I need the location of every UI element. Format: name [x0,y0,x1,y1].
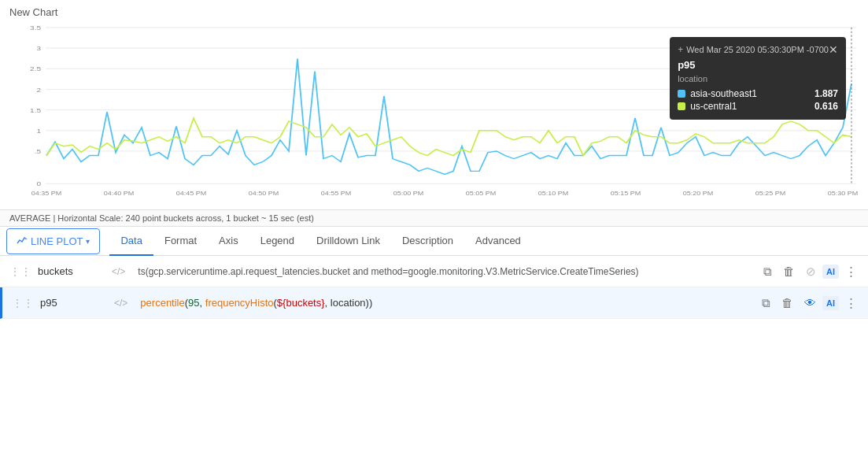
delete-button-1[interactable]: 🗑 [778,261,800,281]
svg-text:04:40 PM: 04:40 PM [104,190,135,196]
tooltip-value-2: 0.616 [814,101,838,112]
tab-drilldown[interactable]: Drilldown Link [305,227,391,256]
formula-buckets: ts(gcp.serviceruntime.api.request_latenc… [131,263,759,280]
tooltip-label-1: asia-southeast1 [690,88,807,99]
svg-text:2: 2 [36,87,41,94]
tab-format[interactable]: Format [153,227,208,256]
svg-text:3: 3 [36,45,41,52]
drag-handle-2[interactable]: ⋮⋮ [9,297,37,309]
svg-text:1.5: 1.5 [30,107,41,114]
status-bar: AVERAGE | Horizontal Scale: 240 point bu… [0,210,868,227]
svg-text:3.5: 3.5 [30,24,41,31]
tooltip-row-1: asia-southeast1 1.887 [678,88,838,99]
svg-text:05:15 PM: 05:15 PM [611,190,641,196]
tab-advanced[interactable]: Advanced [464,227,532,256]
tooltip-value-1: 1.887 [814,88,838,99]
chevron-down-icon: ▾ [86,237,90,246]
tab-data[interactable]: Data [109,227,153,256]
svg-text:05:10 PM: 05:10 PM [538,190,569,196]
code-icon-2[interactable]: </> [108,298,134,309]
visibility-button-2[interactable]: 👁 [800,293,821,313]
status-text: AVERAGE | Horizontal Scale: 240 point bu… [9,213,314,223]
svg-text:04:55 PM: 04:55 PM [321,190,352,196]
chart-area: New Chart 3.5 3 2.5 2 1.5 1 .5 0 [0,0,868,210]
paren-close: , location)) [325,297,373,309]
copy-button-2[interactable]: ⧉ [757,293,775,313]
svg-text:05:05 PM: 05:05 PM [466,190,497,196]
chart-title: New Chart [6,6,862,18]
svg-text:1: 1 [36,128,41,135]
svg-text:.5: .5 [35,148,41,155]
tooltip-metric: p95 [678,59,838,71]
var-buckets: ${buckets} [277,297,325,309]
row-actions-1: ⧉ 🗑 ⊘ AI ⋮ [759,261,862,282]
chart-type-label: LINE PLOT [31,235,83,247]
ai-button-1[interactable]: AI [822,265,839,279]
data-row-p95: ⋮⋮ p95 </> percentile(95, frequencyHisto… [0,287,868,319]
tooltip-header: + Wed Mar 25 2020 05:30:30PM -0700 ✕ [678,43,838,56]
code-icon-1[interactable]: </> [105,266,131,277]
tooltip-plus-icon: + [678,44,683,55]
ai-button-2[interactable]: AI [822,296,839,310]
formula-p95: percentile(95, frequencyHisto(${buckets}… [134,294,757,312]
tab-description[interactable]: Description [391,227,464,256]
drag-handle-1[interactable]: ⋮⋮ [6,265,35,278]
delete-button-2[interactable]: 🗑 [777,293,798,313]
tooltip-location-label: location [678,74,838,83]
fn-percentile: percentile [140,297,184,309]
tooltip-dot-1 [678,90,685,98]
svg-text:05:25 PM: 05:25 PM [755,190,786,196]
tab-legend[interactable]: Legend [249,227,305,256]
comma-1: , [200,297,205,309]
svg-text:04:50 PM: 04:50 PM [249,190,279,196]
main-container: New Chart 3.5 3 2.5 2 1.5 1 .5 0 [0,0,868,459]
svg-text:04:35 PM: 04:35 PM [31,190,62,196]
chart-tooltip: + Wed Mar 25 2020 05:30:30PM -0700 ✕ p95… [670,37,846,120]
num-95: 95 [188,297,199,309]
tooltip-row-2: us-central1 0.616 [678,101,838,112]
rows-area: ⋮⋮ buckets </> ts(gcp.serviceruntime.api… [0,256,868,459]
svg-text:05:30 PM: 05:30 PM [828,190,859,196]
fn-frequencyhisto: frequencyHisto [205,297,274,309]
chart-wrapper: 3.5 3 2.5 2 1.5 1 .5 0 04:35 PM 04:40 PM… [6,21,862,209]
tooltip-close-button[interactable]: ✕ [829,43,838,56]
copy-button-1[interactable]: ⧉ [759,261,777,282]
line-plot-icon [17,235,28,246]
data-row-buckets: ⋮⋮ buckets </> ts(gcp.serviceruntime.api… [0,256,868,287]
row-label-p95: p95 [37,297,108,309]
tooltip-dot-2 [678,102,685,110]
row-actions-2: ⧉ 🗑 👁 AI ⋮ [757,293,862,313]
chart-type-button[interactable]: LINE PLOT ▾ [6,228,100,254]
tooltip-label-2: us-central1 [690,101,807,112]
svg-text:2.5: 2.5 [30,65,41,72]
more-button-2[interactable]: ⋮ [840,293,862,313]
visibility-button-1[interactable]: ⊘ [801,261,821,282]
svg-text:0: 0 [36,180,41,187]
svg-text:05:00 PM: 05:00 PM [393,190,424,196]
tooltip-datetime: Wed Mar 25 2020 05:30:30PM -0700 [686,45,829,54]
tabs-bar: LINE PLOT ▾ Data Format Axis Legend Dril… [0,227,868,256]
tab-axis[interactable]: Axis [208,227,249,256]
svg-text:05:20 PM: 05:20 PM [683,190,714,196]
svg-text:04:45 PM: 04:45 PM [176,190,207,196]
row-label-buckets: buckets [35,265,105,277]
more-button-1[interactable]: ⋮ [840,261,862,282]
